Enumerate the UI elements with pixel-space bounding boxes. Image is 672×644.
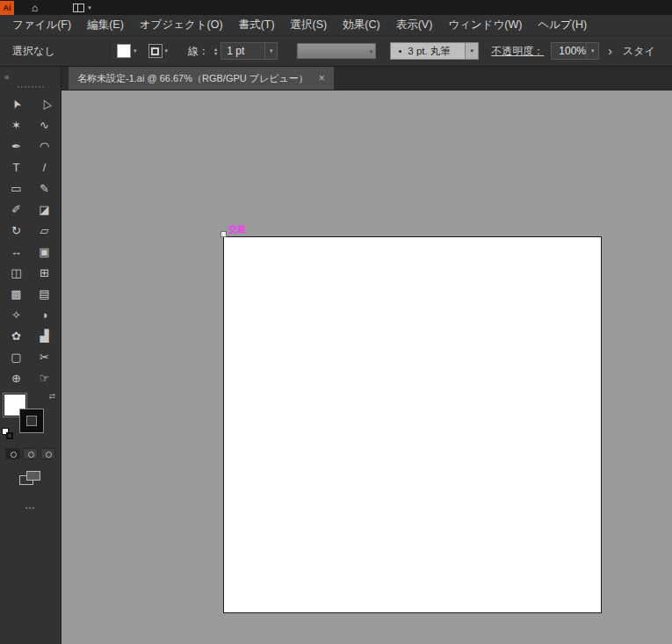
curvature-tool[interactable]: ◠	[31, 135, 59, 156]
control-bar: 選択なし ▾ ▾ 線： ▴ ▾ 1 pt ▾ ▾ 3 pt. 丸筆 ▾ 不透明度…	[0, 36, 672, 67]
slice-tool[interactable]: ✂	[31, 346, 59, 367]
toolbar-collapse-icon[interactable]: «	[4, 72, 10, 82]
lasso-tool[interactable]: ∿	[31, 114, 59, 135]
direct-selection-icon: ▷	[37, 98, 51, 111]
pen-icon: ✒	[11, 141, 21, 152]
gradient-tool[interactable]: ▤	[31, 283, 59, 304]
opacity-label[interactable]: 不透明度：	[491, 44, 544, 59]
selection-status: 選択なし	[12, 44, 109, 59]
drawing-modes	[0, 448, 61, 459]
chevron-down-icon: ▾	[471, 47, 474, 54]
rectangle-tool[interactable]: ▭	[3, 177, 31, 199]
hand-tool[interactable]: ☞	[31, 367, 59, 388]
shape-builder-tool[interactable]: ◫	[3, 262, 31, 283]
symbol-sprayer-tool[interactable]: ✿	[3, 325, 31, 346]
opacity-dropdown[interactable]: ▾	[586, 42, 599, 60]
main-area: « ➤▷✶∿✒◠T/▭✎✐◪↻▱↔▣◫⊞▩▤✧◑✿▟▢✂⊕☞ ⇄ …	[0, 67, 672, 644]
document-tab-title: 名称未設定-1.ai @ 66.67%（RGB/GPU プレビュー）	[77, 72, 308, 85]
stroke-width-stepper[interactable]: ▴ ▾	[214, 47, 217, 56]
menu-edit[interactable]: 編集(E)	[79, 18, 132, 33]
scale-icon: ▱	[40, 225, 49, 236]
menu-effect[interactable]: 効果(C)	[335, 18, 387, 33]
pencil-icon: ✐	[11, 204, 21, 215]
scale-tool[interactable]: ▱	[31, 220, 59, 241]
tools-panel: « ➤▷✶∿✒◠T/▭✎✐◪↻▱↔▣◫⊞▩▤✧◑✿▟▢✂⊕☞ ⇄ …	[0, 67, 61, 644]
opacity-field[interactable]: 100%	[551, 42, 586, 60]
draw-behind-button[interactable]	[23, 448, 38, 459]
pen-tool[interactable]: ✒	[3, 135, 31, 156]
tools-panel-header: «	[0, 67, 61, 86]
blend-icon: ◑	[41, 309, 48, 321]
screen-mode-button[interactable]	[19, 471, 41, 486]
brush-dropdown[interactable]: ▾	[466, 42, 479, 60]
home-button[interactable]: ⌂	[32, 3, 38, 13]
mesh-icon: ▩	[11, 288, 21, 300]
document-tab[interactable]: 名称未設定-1.ai @ 66.67%（RGB/GPU プレビュー） ×	[69, 67, 334, 90]
toolbar-grip[interactable]	[18, 86, 44, 88]
menu-help[interactable]: ヘルプ(H)	[530, 18, 595, 33]
arrange-documents-button[interactable]: ▾	[73, 4, 91, 12]
brush-name: 3 pt. 丸筆	[408, 45, 451, 58]
fill-color-swatch[interactable]	[117, 44, 131, 58]
stroke-width-field[interactable]: 1 pt	[220, 42, 264, 60]
smart-guide-label: 交差	[228, 223, 246, 235]
line-segment-tool[interactable]: /	[31, 156, 59, 177]
anchor-handle	[220, 231, 227, 237]
rotate-tool[interactable]: ↻	[3, 220, 31, 241]
canvas[interactable]: 交差	[61, 90, 672, 644]
draw-normal-button[interactable]	[5, 448, 20, 459]
artboard-tool[interactable]: ▢	[3, 346, 31, 367]
artboard[interactable]	[223, 236, 602, 613]
magic-wand-tool[interactable]: ✶	[3, 114, 31, 135]
artboard-icon: ▢	[11, 351, 21, 363]
blend-tool[interactable]: ◑	[31, 304, 59, 325]
zoom-tool[interactable]: ⊕	[3, 367, 31, 388]
chevron-down-icon: ▾	[270, 47, 273, 54]
rotate-icon: ↻	[11, 225, 21, 236]
curvature-icon: ◠	[40, 141, 49, 152]
stroke-color-swatch[interactable]	[148, 44, 163, 58]
menu-window[interactable]: ウィンドウ(W)	[440, 18, 530, 33]
draw-inside-button[interactable]	[40, 448, 55, 459]
paintbrush-icon: ✎	[40, 183, 49, 194]
mesh-tool[interactable]: ▩	[3, 283, 31, 304]
column-graph-tool[interactable]: ▟	[31, 325, 59, 346]
stroke-swatch-icon	[151, 47, 159, 55]
swap-colors-icon[interactable]: ⇄	[48, 392, 55, 401]
eraser-tool[interactable]: ◪	[31, 199, 59, 220]
perspective-grid-tool[interactable]: ⊞	[31, 262, 59, 283]
menu-type[interactable]: 書式(T)	[231, 18, 283, 33]
menu-view[interactable]: 表示(V)	[388, 18, 441, 33]
stroke-width-dropdown[interactable]: ▾	[264, 42, 278, 60]
menu-select[interactable]: 選択(S)	[283, 18, 336, 33]
more-options-chevron[interactable]: ›	[608, 44, 612, 58]
menu-file[interactable]: ファイル(F)	[4, 18, 79, 33]
type-tool[interactable]: T	[3, 156, 31, 177]
shape-builder-icon: ◫	[11, 267, 21, 279]
default-colors-icon[interactable]	[2, 428, 13, 439]
illustrator-logo-icon: Ai	[0, 1, 14, 15]
tab-close-icon[interactable]: ×	[319, 72, 325, 84]
divider	[109, 41, 110, 61]
paintbrush-tool[interactable]: ✎	[31, 177, 59, 199]
app-top-bar: Ai ⌂ ▾	[0, 0, 672, 15]
chevron-down-icon[interactable]: ▾	[134, 47, 137, 54]
symbol-sprayer-icon: ✿	[11, 330, 21, 342]
width-tool[interactable]: ↔	[3, 241, 31, 262]
stroke-swatch[interactable]	[20, 409, 43, 432]
free-transform-icon: ▣	[39, 246, 49, 257]
menu-object[interactable]: オブジェクト(O)	[132, 18, 231, 33]
pencil-tool[interactable]: ✐	[3, 199, 31, 220]
brush-definition-select[interactable]: 3 pt. 丸筆	[390, 42, 466, 60]
type-icon: T	[13, 162, 20, 173]
selection-tool[interactable]: ➤	[3, 93, 31, 114]
selection-icon: ➤	[9, 97, 23, 110]
free-transform-tool[interactable]: ▣	[31, 241, 59, 262]
chevron-down-icon[interactable]: ▾	[165, 47, 169, 54]
direct-selection-tool[interactable]: ▷	[31, 93, 59, 114]
edit-toolbar-button[interactable]: …	[0, 499, 61, 511]
zoom-icon: ⊕	[11, 373, 21, 384]
gradient-icon: ▤	[39, 288, 49, 300]
variable-width-profile-select[interactable]: ▾	[297, 43, 376, 59]
eyedropper-tool[interactable]: ✧	[3, 304, 31, 325]
